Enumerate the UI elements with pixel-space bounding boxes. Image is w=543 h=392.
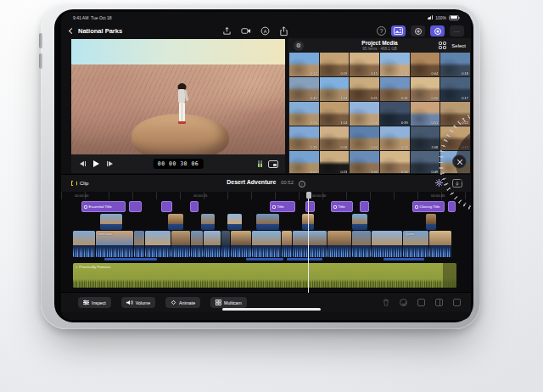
storyline-clip[interactable] [73,231,95,257]
timeline-ruler[interactable]: 00:00:0000:00:1500:00:3000:00:45 [61,192,471,199]
overlay-button[interactable] [417,299,425,306]
video-preview[interactable] [71,39,285,154]
media-clip[interactable]: 0:57 [289,151,319,173]
media-clip[interactable]: 0:28 [380,126,410,150]
title-clip[interactable]: Title [270,201,295,212]
storyline-clip[interactable] [293,231,327,257]
volume-down-button[interactable] [39,53,42,69]
audio-meters[interactable] [258,160,263,167]
camera-button[interactable] [241,26,251,36]
media-clip[interactable]: 0:51 [411,102,440,126]
jog-wheel-toggle[interactable] [430,25,445,36]
share-button[interactable] [279,26,288,36]
storyline-clip[interactable] [429,231,451,257]
media-clip[interactable]: 1:40 [350,151,379,173]
delete-button[interactable] [383,299,389,307]
play-button[interactable] [93,160,99,167]
connected-clip[interactable] [201,214,215,230]
fullscreen-button[interactable] [453,299,461,306]
storyline-clip[interactable] [327,231,351,257]
storyline-clip[interactable] [204,231,221,257]
inspect-button[interactable]: Inspect [78,297,111,308]
battery-icon [449,15,459,20]
media-clip[interactable]: 0:17 [440,77,470,101]
storyline-clip[interactable] [282,231,292,257]
media-clip[interactable]: 0:15 [350,53,379,76]
media-clip[interactable]: 0:26 [289,102,319,126]
media-clip[interactable]: 0:08 [350,102,379,126]
storyline-clip[interactable] [352,231,371,257]
previous-frame-button[interactable] [80,161,86,166]
title-clip[interactable]: Title [331,201,353,212]
back-button[interactable]: National Parks [70,27,122,35]
help-button[interactable]: ? [377,26,386,36]
title-clip[interactable] [129,201,142,212]
home-indicator[interactable] [222,308,321,311]
media-clip[interactable]: 0:23 [320,151,350,173]
media-clip[interactable]: 0:21 [350,77,379,101]
animate-button[interactable]: Animate [165,297,200,308]
media-clip[interactable]: 0:04 [411,53,440,76]
storyline-clip[interactable] [231,231,251,257]
storyline-clip[interactable]: Interview [96,231,133,257]
media-clip[interactable]: 0:16 [320,126,350,150]
more-button[interactable]: ··· [450,25,464,36]
connected-clip[interactable] [168,214,183,230]
media-clip[interactable]: 0:44 [350,126,379,150]
split-view-button[interactable] [435,299,443,306]
import-media-button[interactable] [222,26,232,36]
media-clip[interactable]: 1:03 [320,77,350,101]
storyline-clip[interactable] [134,231,144,257]
media-clip[interactable]: 0:33 [380,53,410,76]
connected-clip[interactable] [352,214,367,230]
title-clip[interactable] [305,201,315,212]
jog-wheel-close-button[interactable] [452,154,467,169]
media-clip[interactable]: 0:39 [380,102,410,126]
media-clip[interactable]: 0:42 [289,77,319,101]
select-button[interactable]: Select [451,43,466,48]
title-clip[interactable] [161,201,172,212]
music-clip[interactable]: ♪ Practically Famous [73,263,456,288]
title-clip[interactable] [190,201,199,212]
media-browser-toggle[interactable] [391,25,406,36]
browser-settings-button[interactable]: ⚙ [294,41,304,51]
media-clip[interactable]: 0:12 [289,53,319,76]
storyline-clip-waveform [352,245,371,257]
media-clip[interactable]: 2:08 [411,126,440,150]
volume-button[interactable]: Volume [121,297,155,308]
connected-clip[interactable] [227,214,242,230]
storyline-clip[interactable] [145,231,171,257]
add-media-button[interactable] [411,25,425,36]
storyline-clip[interactable] [171,231,190,257]
storyline-clip[interactable]: Quinn [403,231,428,257]
signal-icon [428,15,434,20]
storyline-clip[interactable] [252,231,281,257]
approve-button[interactable] [400,299,407,306]
media-clip[interactable]: 0:19 [320,53,350,76]
media-clip[interactable]: 1:35 [289,126,319,150]
playhead[interactable] [308,192,309,293]
multicam-button[interactable]: Multicam [210,297,247,308]
storyline-clip[interactable] [221,231,230,257]
voiceover-button[interactable]: A [260,26,270,36]
storyline-clip-thumbnail [293,231,327,245]
storyline-clip[interactable] [372,231,402,257]
timeline-panel[interactable]: 00:00:0000:00:1500:00:3000:00:45 Essenti… [61,192,471,293]
media-clip[interactable]: 0:31 [380,77,410,101]
media-clip[interactable]: 0:18 [440,53,470,76]
title-clip[interactable]: Essential Title [81,201,126,212]
media-clip[interactable]: 0:49 [411,151,440,173]
storyline-clip[interactable] [191,231,203,257]
grid-view-button[interactable] [439,42,446,49]
info-button[interactable]: i [299,181,305,188]
title-clip[interactable] [360,201,369,212]
connected-clip[interactable] [100,214,122,230]
connected-clip[interactable] [426,214,436,230]
viewer-options-button[interactable] [268,160,278,168]
media-clip[interactable]: 0:20 [411,77,440,101]
volume-up-button[interactable] [39,33,42,48]
connected-clip[interactable] [256,214,279,230]
media-clip[interactable]: 0:36 [380,151,410,173]
next-frame-button[interactable] [107,161,113,166]
media-clip[interactable]: 1:14 [320,102,350,126]
